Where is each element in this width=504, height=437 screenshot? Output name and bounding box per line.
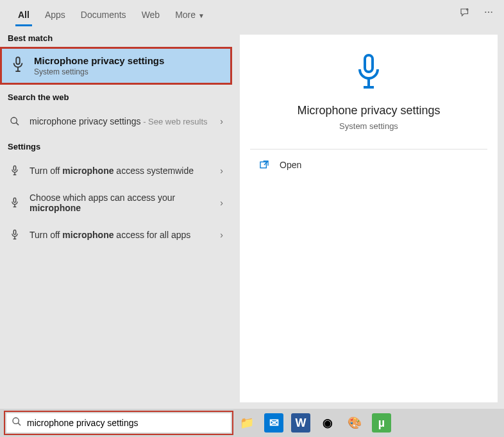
taskbar-app-icons: 📁✉W◉🎨µ — [237, 413, 391, 433]
utorrent-icon[interactable]: µ — [372, 413, 391, 433]
web-search-result[interactable]: microphone privacy settings - See web re… — [0, 106, 232, 137]
best-match-title: Microphone privacy settings — [34, 55, 164, 66]
microphone-icon — [9, 229, 21, 241]
tab-apps[interactable]: Apps — [37, 2, 73, 26]
chevron-right-icon: › — [220, 116, 223, 126]
section-label-settings: Settings — [0, 137, 232, 155]
svg-rect-15 — [13, 230, 16, 234]
search-icon — [12, 416, 22, 429]
svg-point-1 — [485, 12, 486, 13]
chevron-down-icon: ▼ — [198, 12, 205, 19]
microphone-icon — [9, 197, 21, 209]
svg-point-23 — [13, 418, 19, 424]
file-explorer-icon[interactable]: 📁 — [237, 413, 256, 433]
svg-line-24 — [18, 423, 21, 425]
svg-rect-18 — [365, 55, 373, 72]
svg-rect-21 — [260, 162, 266, 167]
open-icon — [259, 160, 271, 170]
best-match-result[interactable]: Microphone privacy settings System setti… — [0, 47, 232, 85]
svg-line-8 — [16, 123, 19, 125]
more-options-icon[interactable] — [483, 7, 494, 21]
word-icon[interactable]: W — [291, 413, 310, 433]
best-match-subtitle: System settings — [34, 67, 164, 76]
preview-title: Microphone privacy settings — [297, 104, 440, 117]
microphone-icon — [9, 165, 21, 176]
settings-result-1[interactable]: Choose which apps can access your microp… — [0, 186, 232, 219]
chevron-right-icon: › — [220, 230, 223, 240]
microphone-icon — [11, 56, 25, 76]
svg-rect-9 — [13, 166, 16, 170]
chrome-icon[interactable]: ◉ — [318, 413, 337, 433]
open-action[interactable]: Open — [240, 150, 498, 180]
taskbar-search-box[interactable] — [6, 413, 231, 433]
svg-point-0 — [467, 9, 468, 10]
settings-result-0[interactable]: Turn off microphone access systemwide › — [0, 155, 232, 186]
search-input[interactable] — [27, 418, 226, 428]
chevron-right-icon: › — [220, 166, 223, 176]
svg-point-3 — [491, 12, 492, 13]
feedback-icon[interactable] — [459, 7, 471, 21]
search-filter-tabs: All Apps Documents Web More▼ — [0, 0, 504, 28]
svg-point-7 — [11, 117, 17, 123]
svg-rect-4 — [16, 57, 20, 64]
paint-icon[interactable]: 🎨 — [345, 413, 364, 433]
taskbar: 📁✉W◉🎨µ — [0, 409, 504, 437]
preview-subtitle: System settings — [339, 121, 398, 131]
search-box-highlight — [4, 411, 233, 435]
tab-documents[interactable]: Documents — [73, 2, 134, 26]
tab-web[interactable]: Web — [134, 2, 168, 26]
section-label-best-match: Best match — [0, 28, 232, 47]
open-label: Open — [280, 160, 301, 170]
settings-result-2[interactable]: Turn off microphone access for all apps … — [0, 219, 232, 250]
mail-icon[interactable]: ✉ — [264, 413, 283, 433]
svg-rect-12 — [13, 198, 16, 202]
tab-all[interactable]: All — [10, 2, 37, 26]
svg-point-2 — [488, 12, 489, 13]
tab-more[interactable]: More▼ — [167, 2, 212, 26]
microphone-icon — [353, 54, 384, 95]
results-panel: Best match Microphone privacy settings S… — [0, 28, 232, 409]
preview-panel: Microphone privacy settings System setti… — [240, 35, 498, 402]
chevron-right-icon: › — [220, 198, 223, 208]
section-label-search-web: Search the web — [0, 87, 232, 106]
search-icon — [9, 116, 21, 126]
